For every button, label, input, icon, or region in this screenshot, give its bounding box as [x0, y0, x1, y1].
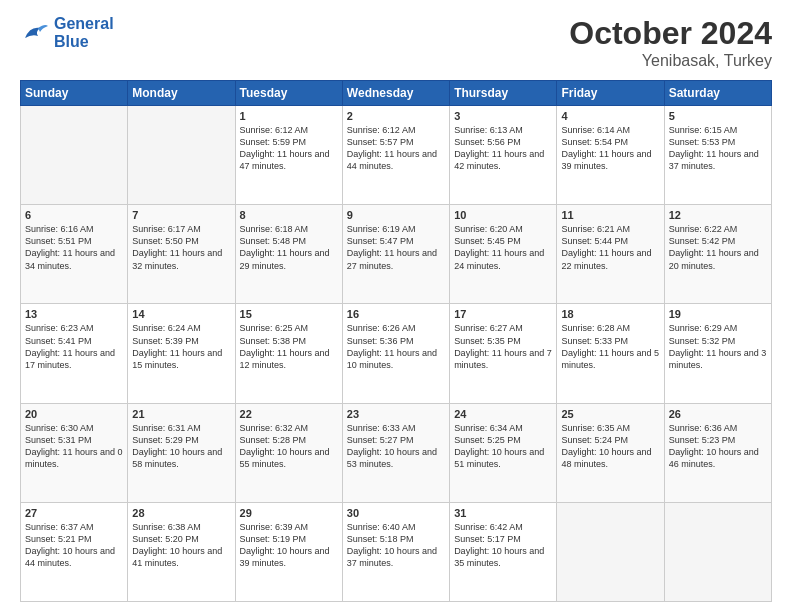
calendar-cell: 16Sunrise: 6:26 AMSunset: 5:36 PMDayligh… — [342, 304, 449, 403]
day-number: 26 — [669, 408, 767, 420]
calendar-cell: 15Sunrise: 6:25 AMSunset: 5:38 PMDayligh… — [235, 304, 342, 403]
calendar-header-row: SundayMondayTuesdayWednesdayThursdayFrid… — [21, 81, 772, 106]
title-block: October 2024 Yenibasak, Turkey — [569, 15, 772, 70]
day-number: 28 — [132, 507, 230, 519]
calendar-cell: 14Sunrise: 6:24 AMSunset: 5:39 PMDayligh… — [128, 304, 235, 403]
calendar-week-4: 20Sunrise: 6:30 AMSunset: 5:31 PMDayligh… — [21, 403, 772, 502]
calendar-week-2: 6Sunrise: 6:16 AMSunset: 5:51 PMDaylight… — [21, 205, 772, 304]
calendar-cell — [21, 106, 128, 205]
day-info: Sunrise: 6:39 AMSunset: 5:19 PMDaylight:… — [240, 521, 338, 570]
day-info: Sunrise: 6:14 AMSunset: 5:54 PMDaylight:… — [561, 124, 659, 173]
calendar-cell — [664, 502, 771, 601]
day-info: Sunrise: 6:12 AMSunset: 5:59 PMDaylight:… — [240, 124, 338, 173]
logo: General Blue — [20, 15, 114, 50]
calendar-cell: 9Sunrise: 6:19 AMSunset: 5:47 PMDaylight… — [342, 205, 449, 304]
day-number: 2 — [347, 110, 445, 122]
calendar-cell: 27Sunrise: 6:37 AMSunset: 5:21 PMDayligh… — [21, 502, 128, 601]
day-number: 12 — [669, 209, 767, 221]
day-info: Sunrise: 6:26 AMSunset: 5:36 PMDaylight:… — [347, 322, 445, 371]
day-info: Sunrise: 6:40 AMSunset: 5:18 PMDaylight:… — [347, 521, 445, 570]
calendar-cell: 28Sunrise: 6:38 AMSunset: 5:20 PMDayligh… — [128, 502, 235, 601]
calendar-cell: 25Sunrise: 6:35 AMSunset: 5:24 PMDayligh… — [557, 403, 664, 502]
calendar-cell — [128, 106, 235, 205]
weekday-header-friday: Friday — [557, 81, 664, 106]
day-number: 1 — [240, 110, 338, 122]
day-info: Sunrise: 6:19 AMSunset: 5:47 PMDaylight:… — [347, 223, 445, 272]
day-info: Sunrise: 6:34 AMSunset: 5:25 PMDaylight:… — [454, 422, 552, 471]
day-info: Sunrise: 6:31 AMSunset: 5:29 PMDaylight:… — [132, 422, 230, 471]
day-number: 3 — [454, 110, 552, 122]
calendar-cell: 19Sunrise: 6:29 AMSunset: 5:32 PMDayligh… — [664, 304, 771, 403]
day-number: 8 — [240, 209, 338, 221]
calendar-cell: 30Sunrise: 6:40 AMSunset: 5:18 PMDayligh… — [342, 502, 449, 601]
weekday-header-saturday: Saturday — [664, 81, 771, 106]
day-number: 21 — [132, 408, 230, 420]
day-number: 13 — [25, 308, 123, 320]
calendar-cell: 7Sunrise: 6:17 AMSunset: 5:50 PMDaylight… — [128, 205, 235, 304]
day-number: 5 — [669, 110, 767, 122]
day-number: 22 — [240, 408, 338, 420]
calendar-cell: 17Sunrise: 6:27 AMSunset: 5:35 PMDayligh… — [450, 304, 557, 403]
day-number: 7 — [132, 209, 230, 221]
day-number: 23 — [347, 408, 445, 420]
header: General Blue October 2024 Yenibasak, Tur… — [20, 15, 772, 70]
calendar-cell: 2Sunrise: 6:12 AMSunset: 5:57 PMDaylight… — [342, 106, 449, 205]
calendar-cell: 13Sunrise: 6:23 AMSunset: 5:41 PMDayligh… — [21, 304, 128, 403]
weekday-header-wednesday: Wednesday — [342, 81, 449, 106]
day-number: 17 — [454, 308, 552, 320]
day-info: Sunrise: 6:35 AMSunset: 5:24 PMDaylight:… — [561, 422, 659, 471]
calendar-cell — [557, 502, 664, 601]
calendar-table: SundayMondayTuesdayWednesdayThursdayFrid… — [20, 80, 772, 602]
logo-text-blue: Blue — [54, 33, 89, 50]
calendar-cell: 31Sunrise: 6:42 AMSunset: 5:17 PMDayligh… — [450, 502, 557, 601]
day-info: Sunrise: 6:38 AMSunset: 5:20 PMDaylight:… — [132, 521, 230, 570]
day-number: 31 — [454, 507, 552, 519]
calendar-cell: 29Sunrise: 6:39 AMSunset: 5:19 PMDayligh… — [235, 502, 342, 601]
logo-icon — [20, 18, 50, 48]
day-info: Sunrise: 6:37 AMSunset: 5:21 PMDaylight:… — [25, 521, 123, 570]
calendar-cell: 18Sunrise: 6:28 AMSunset: 5:33 PMDayligh… — [557, 304, 664, 403]
day-number: 20 — [25, 408, 123, 420]
day-number: 16 — [347, 308, 445, 320]
day-info: Sunrise: 6:36 AMSunset: 5:23 PMDaylight:… — [669, 422, 767, 471]
day-number: 18 — [561, 308, 659, 320]
calendar-body: 1Sunrise: 6:12 AMSunset: 5:59 PMDaylight… — [21, 106, 772, 602]
day-number: 6 — [25, 209, 123, 221]
day-info: Sunrise: 6:29 AMSunset: 5:32 PMDaylight:… — [669, 322, 767, 371]
day-info: Sunrise: 6:23 AMSunset: 5:41 PMDaylight:… — [25, 322, 123, 371]
logo-text-general: General — [54, 15, 114, 32]
month-title: October 2024 — [569, 15, 772, 52]
day-info: Sunrise: 6:13 AMSunset: 5:56 PMDaylight:… — [454, 124, 552, 173]
day-number: 9 — [347, 209, 445, 221]
day-info: Sunrise: 6:17 AMSunset: 5:50 PMDaylight:… — [132, 223, 230, 272]
day-number: 29 — [240, 507, 338, 519]
calendar-cell: 12Sunrise: 6:22 AMSunset: 5:42 PMDayligh… — [664, 205, 771, 304]
location-title: Yenibasak, Turkey — [569, 52, 772, 70]
day-info: Sunrise: 6:27 AMSunset: 5:35 PMDaylight:… — [454, 322, 552, 371]
day-number: 11 — [561, 209, 659, 221]
weekday-header-tuesday: Tuesday — [235, 81, 342, 106]
calendar-cell: 24Sunrise: 6:34 AMSunset: 5:25 PMDayligh… — [450, 403, 557, 502]
day-number: 14 — [132, 308, 230, 320]
day-info: Sunrise: 6:30 AMSunset: 5:31 PMDaylight:… — [25, 422, 123, 471]
page: General Blue October 2024 Yenibasak, Tur… — [0, 0, 792, 612]
day-info: Sunrise: 6:25 AMSunset: 5:38 PMDaylight:… — [240, 322, 338, 371]
weekday-header-sunday: Sunday — [21, 81, 128, 106]
day-info: Sunrise: 6:18 AMSunset: 5:48 PMDaylight:… — [240, 223, 338, 272]
day-number: 10 — [454, 209, 552, 221]
day-info: Sunrise: 6:16 AMSunset: 5:51 PMDaylight:… — [25, 223, 123, 272]
calendar-cell: 21Sunrise: 6:31 AMSunset: 5:29 PMDayligh… — [128, 403, 235, 502]
day-number: 30 — [347, 507, 445, 519]
calendar-cell: 6Sunrise: 6:16 AMSunset: 5:51 PMDaylight… — [21, 205, 128, 304]
calendar-week-5: 27Sunrise: 6:37 AMSunset: 5:21 PMDayligh… — [21, 502, 772, 601]
day-info: Sunrise: 6:33 AMSunset: 5:27 PMDaylight:… — [347, 422, 445, 471]
day-info: Sunrise: 6:20 AMSunset: 5:45 PMDaylight:… — [454, 223, 552, 272]
day-number: 27 — [25, 507, 123, 519]
calendar-cell: 3Sunrise: 6:13 AMSunset: 5:56 PMDaylight… — [450, 106, 557, 205]
day-info: Sunrise: 6:12 AMSunset: 5:57 PMDaylight:… — [347, 124, 445, 173]
day-number: 24 — [454, 408, 552, 420]
day-number: 19 — [669, 308, 767, 320]
calendar-cell: 23Sunrise: 6:33 AMSunset: 5:27 PMDayligh… — [342, 403, 449, 502]
calendar-cell: 8Sunrise: 6:18 AMSunset: 5:48 PMDaylight… — [235, 205, 342, 304]
day-info: Sunrise: 6:15 AMSunset: 5:53 PMDaylight:… — [669, 124, 767, 173]
